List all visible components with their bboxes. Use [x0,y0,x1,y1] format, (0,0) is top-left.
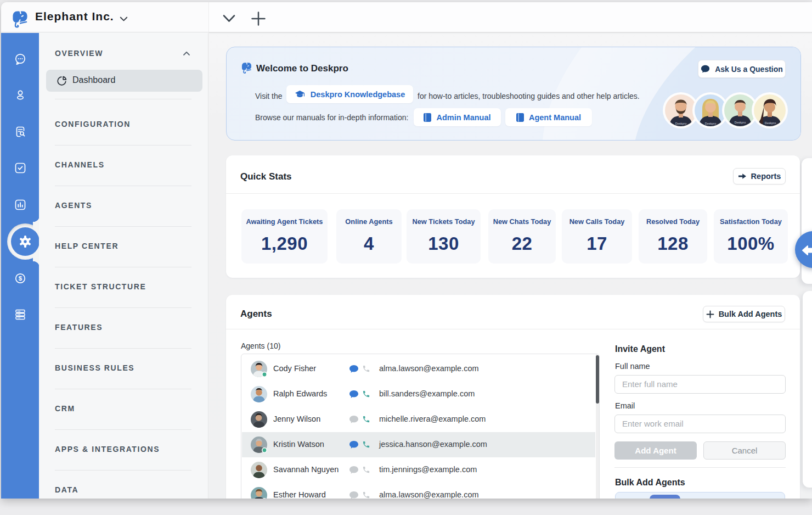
svg-text:Deskpro: Deskpro [765,121,776,125]
svg-text:Deskpro: Deskpro [735,121,746,124]
svg-text:$: $ [19,275,22,282]
svg-text:Deskpro: Deskpro [675,122,686,125]
svg-text:Deskpro: Deskpro [705,122,716,125]
